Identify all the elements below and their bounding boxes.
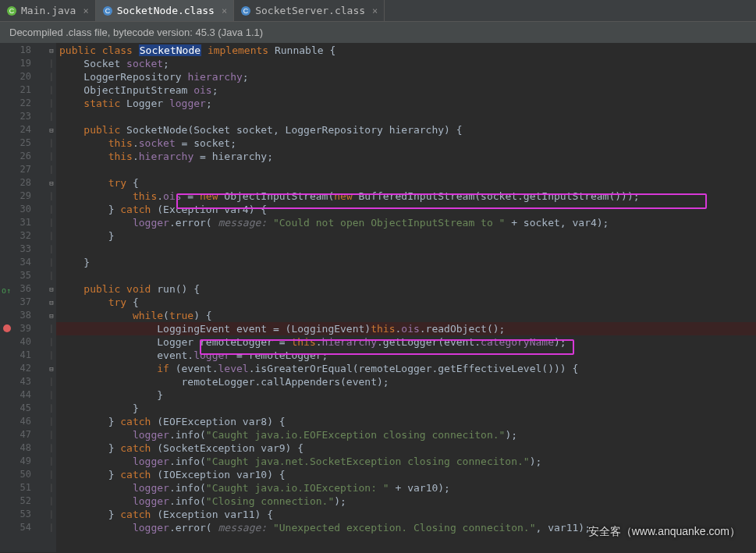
code-line[interactable]: } catch (EOFException var8) {	[56, 415, 756, 428]
fold-column[interactable]	[47, 43, 56, 552]
code-line[interactable]	[56, 243, 756, 256]
line-number[interactable]: 31	[0, 216, 47, 229]
code-line[interactable]: Socket socket;	[56, 57, 756, 70]
fold-guide	[47, 229, 56, 243]
fold-toggle-icon[interactable]	[47, 44, 56, 57]
line-number[interactable]: 45	[0, 402, 47, 415]
code-line[interactable]: LoggerRepository hierarchy;	[56, 70, 756, 83]
code-line[interactable]: } catch (Exception var4) {	[56, 203, 756, 216]
line-number[interactable]: 53	[0, 508, 47, 521]
line-number[interactable]: 32	[0, 229, 47, 243]
line-number[interactable]: 24	[0, 123, 47, 136]
code-line[interactable]: public void run() {	[56, 282, 756, 296]
line-number-gutter[interactable]: 181920212223242526272829303132333435o↑36…	[0, 43, 47, 552]
fold-guide	[47, 388, 56, 402]
line-number[interactable]: 52	[0, 495, 47, 508]
tab-main-java[interactable]: CMain.java×	[0, 0, 96, 21]
line-number[interactable]: 38	[0, 309, 47, 322]
line-number[interactable]: 54	[0, 521, 47, 534]
line-number[interactable]: 30	[0, 203, 47, 216]
code-line[interactable]: while(true) {	[56, 309, 756, 322]
fold-guide	[47, 83, 56, 97]
code-area[interactable]: public class SocketNode implements Runna…	[56, 43, 756, 552]
code-line[interactable]: } catch (SocketException var9) {	[56, 441, 756, 455]
line-number[interactable]: 18	[0, 44, 47, 57]
code-line[interactable]: }	[56, 402, 756, 415]
line-number[interactable]: 19	[0, 57, 47, 70]
close-icon[interactable]: ×	[369, 5, 378, 16]
fold-guide	[47, 508, 56, 521]
code-line[interactable]: logger.info("Caught java.net.SocketExcep…	[56, 455, 756, 468]
line-number[interactable]: 25	[0, 136, 47, 150]
code-line[interactable]: ObjectInputStream ois;	[56, 83, 756, 97]
fold-toggle-icon[interactable]	[47, 309, 56, 322]
code-line[interactable]: if (event.level.isGreaterOrEqual(remoteL…	[56, 362, 756, 375]
line-number[interactable]: 22	[0, 97, 47, 110]
line-number[interactable]: 44	[0, 388, 47, 402]
fold-toggle-icon[interactable]	[47, 362, 56, 375]
line-number[interactable]: 47	[0, 428, 47, 441]
fold-toggle-icon[interactable]	[47, 296, 56, 309]
code-line[interactable]	[56, 269, 756, 282]
line-number[interactable]: 40	[0, 335, 47, 349]
code-line[interactable]: logger.info("Caught java.io.IOException:…	[56, 481, 756, 495]
fold-toggle-icon[interactable]	[47, 176, 56, 190]
code-line[interactable]: try {	[56, 296, 756, 309]
line-number[interactable]: 28	[0, 176, 47, 190]
fold-guide	[47, 375, 56, 388]
line-number[interactable]: 35	[0, 269, 47, 282]
code-line[interactable]	[56, 163, 756, 176]
code-line[interactable]: public SocketNode(Socket socket, LoggerR…	[56, 123, 756, 136]
line-number[interactable]: 41	[0, 349, 47, 362]
line-number[interactable]: 26	[0, 150, 47, 163]
line-number[interactable]: 27	[0, 163, 47, 176]
fold-guide	[47, 415, 56, 428]
line-number[interactable]: 21	[0, 83, 47, 97]
line-number[interactable]: 43	[0, 375, 47, 388]
tab-socketnode-class[interactable]: CSocketNode.class×	[96, 0, 234, 21]
code-line[interactable]: this.hierarchy = hierarchy;	[56, 150, 756, 163]
code-line[interactable]: remoteLogger.callAppenders(event);	[56, 375, 756, 388]
code-line[interactable]: event.logger = remoteLogger;	[56, 349, 756, 362]
code-line[interactable]: Logger remoteLogger = this.hierarchy.get…	[56, 335, 756, 349]
close-icon[interactable]: ×	[80, 5, 88, 16]
line-number[interactable]: 51	[0, 481, 47, 495]
line-number[interactable]: 34	[0, 256, 47, 269]
code-line[interactable]: }	[56, 229, 756, 243]
fold-toggle-icon[interactable]	[47, 123, 56, 136]
close-icon[interactable]: ×	[218, 5, 227, 16]
fold-guide	[47, 481, 56, 495]
line-number[interactable]: 49	[0, 455, 47, 468]
line-number[interactable]: 33	[0, 243, 47, 256]
line-number[interactable]: 37	[0, 296, 47, 309]
code-line[interactable]: } catch (IOException var10) {	[56, 468, 756, 481]
fold-toggle-icon[interactable]	[47, 282, 56, 296]
code-line[interactable]: logger.info("Caught java.io.EOFException…	[56, 428, 756, 441]
code-line[interactable]: }	[56, 388, 756, 402]
line-number[interactable]: 50	[0, 468, 47, 481]
line-number[interactable]: 29	[0, 190, 47, 203]
code-line[interactable]: static Logger logger;	[56, 97, 756, 110]
code-line[interactable]: try {	[56, 176, 756, 190]
code-line[interactable]: }	[56, 256, 756, 269]
decompiled-banner: Decompiled .class file, bytecode version…	[0, 22, 756, 43]
code-line[interactable]: } catch (Exception var11) {	[56, 508, 756, 521]
line-number[interactable]: 39	[0, 322, 47, 335]
svg-text:C: C	[105, 7, 110, 15]
code-line[interactable]: this.ois = new ObjectInputStream(new Buf…	[56, 190, 756, 203]
line-number[interactable]: 23	[0, 110, 47, 123]
code-line[interactable]: public class SocketNode implements Runna…	[56, 44, 756, 57]
line-number[interactable]: 48	[0, 441, 47, 455]
line-number[interactable]: 46	[0, 415, 47, 428]
line-number[interactable]: o↑36	[0, 282, 47, 296]
fold-guide	[47, 243, 56, 256]
line-number[interactable]: 42	[0, 362, 47, 375]
line-number[interactable]: 20	[0, 70, 47, 83]
tab-label: Main.java	[21, 5, 76, 16]
code-line[interactable]: logger.info("Closing connection.");	[56, 495, 756, 508]
code-line[interactable]: LoggingEvent event = (LoggingEvent)this.…	[56, 322, 756, 335]
code-line[interactable]: this.socket = socket;	[56, 136, 756, 150]
code-line[interactable]	[56, 110, 756, 123]
tab-socketserver-class[interactable]: CSocketServer.class×	[234, 0, 385, 21]
code-line[interactable]: logger.error( message: "Could not open O…	[56, 216, 756, 229]
